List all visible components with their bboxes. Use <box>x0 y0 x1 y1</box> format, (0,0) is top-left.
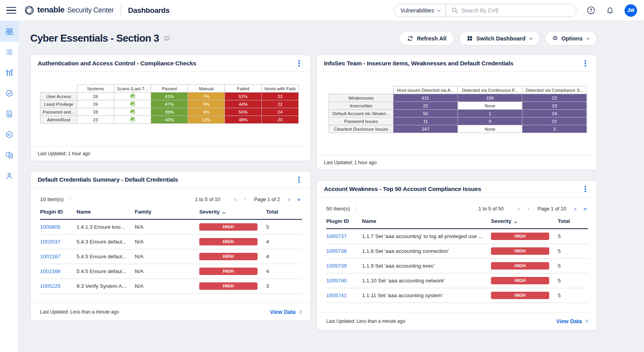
kebab-menu-icon[interactable] <box>581 185 590 193</box>
sidebar-item-analysis[interactable] <box>0 42 19 62</box>
plugin-id-cell: 1002037 <box>40 234 77 249</box>
panel-title: InfoSec Team - Insecure items, Weaknesse… <box>324 60 513 67</box>
search-input[interactable] <box>461 7 571 14</box>
book-icon[interactable] <box>164 35 170 42</box>
table-row: 10057371.1.7 Set 'aaa accounting' to log… <box>326 229 588 243</box>
matrix-column-header: Host Issues Detected via A... <box>393 86 458 94</box>
search-scope-select[interactable]: Vulnerabilities <box>394 4 446 17</box>
sidebar-item-assets[interactable] <box>0 62 19 83</box>
name-cell: 1.1.8 Set 'aaa accounting connection' <box>362 243 491 258</box>
sidebar-item-scans[interactable] <box>0 83 19 103</box>
kebab-menu-icon[interactable] <box>295 175 303 184</box>
name-cell: 5.4.5 Ensure defaul... <box>77 264 135 278</box>
name-cell: 9.3 Verify System A... <box>77 278 135 293</box>
check-circle-icon <box>130 94 135 99</box>
plugin-id-cell: 1005737 <box>326 229 362 243</box>
matrix-column-header: Hosts with Fails <box>262 85 299 93</box>
refresh-icon <box>407 35 413 42</box>
plugin-id-link[interactable]: 1005805 <box>40 224 61 230</box>
sidebar-item-reports[interactable] <box>0 103 19 124</box>
infosec-matrix-table: Host Issues Detected via A...Detected vi… <box>317 72 597 133</box>
notifications-button[interactable] <box>606 6 614 15</box>
sidebar-item-repositories[interactable] <box>0 124 19 145</box>
matrix-row: Cleartext Disclosure Issues247None3 <box>329 125 587 133</box>
column-header-plugin-id: Plugin ID <box>40 209 77 219</box>
first-page-button[interactable]: « <box>233 196 238 203</box>
matrix-column-header: Scans (Last 7... <box>114 85 151 93</box>
severity-badge: HIGH <box>491 292 549 299</box>
help-icon: ? <box>587 6 595 15</box>
prev-page-button[interactable]: ‹ <box>527 206 530 212</box>
column-header-severity[interactable]: Severity <box>199 209 266 219</box>
table-row: 10057381.1.8 Set 'aaa accounting connect… <box>326 243 588 258</box>
total-cell: 5 <box>558 229 588 243</box>
matrix-cell <box>114 93 151 100</box>
matrix-row: User Access2641%7%52%23 <box>40 93 299 100</box>
toolbar-divider <box>356 205 357 212</box>
dashboard-grid-icon <box>5 27 14 36</box>
view-data-link[interactable]: View Data <box>270 309 301 315</box>
matrix-cell: None <box>458 102 522 110</box>
name-cell: 1.1.10 Set 'aaa accounting network' <box>362 273 491 288</box>
next-page-button[interactable]: › <box>574 206 577 212</box>
matrix-table: Host Issues Detected via A...Detected vi… <box>329 86 587 133</box>
matrix-cell: 24 <box>522 110 587 117</box>
help-button[interactable]: ? <box>587 6 595 15</box>
total-cell: 3 <box>266 278 302 293</box>
total-cell: 5 <box>558 288 588 303</box>
matrix-column-header: Detected via Continuous P... <box>458 86 522 94</box>
header-divider <box>121 5 121 16</box>
list-icon <box>5 48 14 56</box>
severity-cell: HIGH <box>491 273 558 288</box>
plugin-id-link[interactable]: 1005225 <box>40 283 61 289</box>
menu-icon[interactable] <box>6 7 16 14</box>
first-page-button[interactable]: « <box>517 206 521 212</box>
plugin-id-link[interactable]: 1002167 <box>40 254 61 259</box>
app-title: Dashboards <box>128 6 170 15</box>
table-row: 10058051.4.1.3 Ensure kno...N/AHIGH5 <box>40 219 302 234</box>
name-cell: 1.4.1.3 Ensure kno... <box>77 219 135 234</box>
severity-cell: HIGH <box>199 278 266 293</box>
plugin-id-cell: 1005741 <box>326 288 362 303</box>
kebab-menu-icon[interactable] <box>295 59 303 68</box>
prev-page-button[interactable]: ‹ <box>244 196 247 203</box>
user-icon <box>5 172 14 180</box>
severity-cell: HIGH <box>491 258 558 273</box>
column-header-severity[interactable]: Severity <box>491 218 558 229</box>
next-page-button[interactable]: › <box>287 196 291 203</box>
plugin-id-link[interactable]: 1002037 <box>40 239 61 245</box>
page-label: Page 1 of 10 <box>538 206 566 212</box>
last-page-button[interactable]: » <box>583 206 587 212</box>
sort-chevron-icon <box>223 209 225 215</box>
chevron-right-icon <box>298 310 301 313</box>
plugin-id-link[interactable]: 1005738 <box>326 248 347 254</box>
plugin-id-link[interactable]: 1005741 <box>326 292 347 298</box>
refresh-all-button[interactable]: Refresh All <box>399 31 454 46</box>
avatar[interactable]: JW <box>625 4 637 17</box>
matrix-cell: 22 <box>393 102 458 110</box>
plugin-id-link[interactable]: 1002168 <box>40 268 61 274</box>
top-bar: tenable Security Center Dashboards Vulne… <box>0 0 644 21</box>
sidebar-item-dashboards[interactable] <box>0 21 19 42</box>
last-page-button[interactable]: » <box>296 196 301 203</box>
switch-dashboard-button[interactable]: Switch Dashboard <box>459 31 540 46</box>
sidebar-item-users[interactable] <box>0 165 19 186</box>
plugin-id-link[interactable]: 1005739 <box>326 263 347 269</box>
chevron-right-icon <box>585 319 588 322</box>
view-data-link[interactable]: View Data <box>556 318 587 324</box>
sort-chevron-icon <box>515 218 517 224</box>
matrix-cell: 12% <box>188 116 225 124</box>
search-scope-value: Vulnerabilities <box>400 7 434 14</box>
kebab-menu-icon[interactable] <box>581 59 590 68</box>
plugin-id-link[interactable]: 1005737 <box>326 233 347 239</box>
tenable-logo-icon <box>24 5 35 16</box>
matrix-column-header: Failed <box>225 85 262 93</box>
matrix-cell: 247 <box>393 125 458 133</box>
sidebar-item-policies[interactable] <box>0 145 19 165</box>
severity-cell: HIGH <box>199 219 266 234</box>
plugin-id-link[interactable]: 1005740 <box>326 278 347 284</box>
family-cell: N/A <box>135 249 199 264</box>
options-button[interactable]: ⚙ Options <box>545 31 597 46</box>
brand-logo: tenable Security Center <box>24 5 114 16</box>
pagination: 1 to 5 of 10 « ‹ Page 1 of 2 › » <box>195 196 301 203</box>
